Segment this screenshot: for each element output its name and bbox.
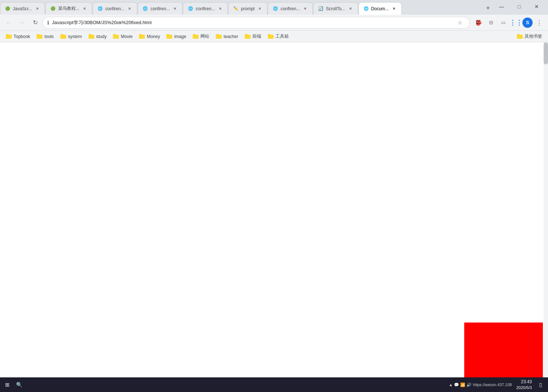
tab-close-button[interactable]: ✕ — [257, 6, 263, 12]
tab-favicon: ✏️ — [233, 6, 239, 12]
toolbar-right: 👺 ⊟ ▭ ⋮⋮ S ⋮ — [473, 17, 545, 29]
tab-label: confiren... — [196, 6, 215, 11]
bookmark-bm3[interactable]: study — [86, 33, 110, 40]
status-url: ▲ 💬 📶 🔊 — [449, 382, 472, 387]
show-desktop-button[interactable]: ▯ — [536, 380, 545, 389]
taskbar: ⊞ 🔍 ▲ 💬 📶 🔊 https://weixin.437.108 23:43… — [0, 377, 548, 392]
taskbar-clock[interactable]: 23:43 2020/5/3 — [516, 379, 532, 391]
bookmark-bm2[interactable]: system — [57, 33, 85, 40]
forward-button[interactable]: → — [16, 17, 28, 29]
tab-tab8[interactable]: 🔄 ScrollTo... ✕ — [313, 2, 358, 15]
start-button[interactable]: ⊞ — [3, 380, 12, 389]
tab-close-button[interactable]: ✕ — [34, 6, 40, 12]
bookmark-label: Topbook — [14, 34, 30, 39]
bookmark-bm9[interactable]: 前端 — [242, 32, 264, 41]
folder-icon — [37, 34, 42, 39]
address-actions: ☆ — [455, 18, 465, 28]
reader-mode-button[interactable]: ⊟ — [485, 17, 497, 29]
tab-close-button[interactable]: ✕ — [348, 6, 353, 12]
bookmark-star-button[interactable]: ☆ — [455, 18, 465, 28]
tab-close-button[interactable]: ✕ — [217, 6, 223, 12]
bookmark-bm7[interactable]: 网站 — [190, 32, 212, 41]
folder-icon — [113, 34, 119, 39]
bookmark-bm0[interactable]: Topbook — [3, 33, 33, 40]
tab-tab6[interactable]: ✏️ prompt ✕ — [228, 2, 267, 15]
folder-icon — [193, 34, 199, 39]
tab-tab3[interactable]: 🌐 confiren... ✕ — [93, 2, 138, 15]
minimize-button[interactable]: — — [493, 1, 510, 12]
tab-favicon: 🌐 — [273, 6, 278, 12]
folder-icon — [139, 34, 145, 39]
maximize-button[interactable]: □ — [511, 1, 528, 12]
tab-bar: 🟢 JavaScr... ✕ 🟢 菜鸟教程... ✕ 🌐 confiren...… — [0, 0, 548, 15]
bookmark-bm10[interactable]: 工具箱 — [265, 32, 292, 41]
bookmark-bm8[interactable]: teacher — [213, 33, 241, 40]
scrollbar-track[interactable] — [544, 42, 548, 377]
folder-icon — [216, 34, 222, 39]
profile-avatar[interactable]: S — [522, 18, 533, 28]
tab-favicon: 🔄 — [318, 6, 324, 12]
tab-close-button[interactable]: ✕ — [127, 6, 132, 12]
menu-button[interactable]: ⋮ — [533, 17, 545, 29]
other-bookmarks-label: 其他书签 — [525, 33, 542, 39]
tab-tab1[interactable]: 🟢 JavaScr... ✕ — [0, 2, 45, 15]
toolbar: ← → ↻ ℹ Javascript学习/30BOM/JS%20ok%20fix… — [0, 15, 548, 31]
scrollbar-thumb[interactable] — [544, 42, 548, 64]
folder-icon — [517, 34, 523, 39]
folder-icon — [166, 34, 172, 39]
bookmark-bm4[interactable]: Movie — [110, 33, 135, 40]
tab-favicon: 🌐 — [188, 6, 194, 12]
address-bar[interactable]: ℹ Javascript学习/30BOM/JS%20ok%20fixed.htm… — [42, 17, 470, 29]
tab-close-button[interactable]: ✕ — [302, 6, 308, 12]
address-text: Javascript学习/30BOM/JS%20ok%20fixed.html — [52, 19, 452, 26]
tab-tab4[interactable]: 🌐 confiren... ✕ — [138, 2, 183, 15]
taskbar-cortana[interactable]: 🔍 — [15, 380, 23, 389]
tab-tab7[interactable]: 🌐 confiren... ✕ — [268, 2, 313, 15]
reload-button[interactable]: ↻ — [29, 17, 41, 29]
folder-icon — [60, 34, 66, 39]
tab-label: JavaScr... — [13, 6, 32, 11]
tab-favicon: 🌐 — [363, 6, 369, 12]
folder-icon — [268, 34, 274, 39]
folder-icon — [245, 34, 251, 39]
bookmark-bm6[interactable]: image — [164, 33, 189, 40]
bookmark-label: tools — [44, 34, 53, 39]
close-button[interactable]: ✕ — [528, 1, 545, 12]
google-apps-button[interactable]: ⋮⋮ — [510, 17, 522, 29]
bookmarks-bar: Topbook tools system study Movie Money i… — [0, 31, 548, 42]
tab-close-button[interactable]: ✕ — [82, 6, 87, 12]
cast-button[interactable]: ▭ — [498, 17, 509, 29]
tab-label: ScrollTo... — [326, 6, 345, 11]
tab-label: Docum... — [371, 6, 389, 11]
bookmark-bm1[interactable]: tools — [34, 33, 56, 40]
bookmark-label: 工具箱 — [275, 33, 289, 39]
status-text: https://weixin.437.108 — [473, 382, 512, 387]
bookmark-label: teacher — [224, 34, 238, 39]
address-security-icon: ℹ — [47, 20, 49, 26]
tab-close-button[interactable]: ✕ — [391, 6, 397, 12]
tab-label: confiren... — [105, 6, 125, 11]
folder-icon — [6, 34, 12, 39]
tab-favicon: 🌐 — [97, 6, 103, 12]
new-tab-button[interactable]: + — [483, 3, 493, 13]
bookmark-label: 网站 — [200, 33, 209, 39]
taskbar-right: ▲ 💬 📶 🔊 https://weixin.437.108 23:43 202… — [449, 379, 545, 391]
tab-label: prompt — [241, 6, 255, 11]
folder-icon — [89, 34, 94, 39]
tab-label: 菜鸟教程... — [58, 5, 79, 12]
back-button[interactable]: ← — [3, 17, 15, 29]
tampermonkey-icon[interactable]: 👺 — [473, 17, 484, 29]
other-bookmarks[interactable]: 其他书签 — [514, 32, 545, 41]
tab-favicon: 🟢 — [5, 6, 11, 12]
tab-tab2[interactable]: 🟢 菜鸟教程... ✕ — [45, 2, 92, 15]
tab-tab5[interactable]: 🌐 confiren... ✕ — [183, 2, 228, 15]
forward-icon: → — [19, 19, 25, 26]
bookmark-bm5[interactable]: Money — [136, 33, 163, 40]
tab-tab9[interactable]: 🌐 Docum... ✕ — [359, 2, 402, 15]
reload-icon: ↻ — [33, 19, 38, 26]
tab-label: confiren... — [150, 6, 170, 11]
taskbar-date-display: 2020/5/3 — [516, 385, 532, 391]
google-dots-icon: ⋮⋮ — [509, 19, 522, 27]
tab-close-button[interactable]: ✕ — [172, 6, 178, 12]
bookmark-label: study — [96, 34, 107, 39]
